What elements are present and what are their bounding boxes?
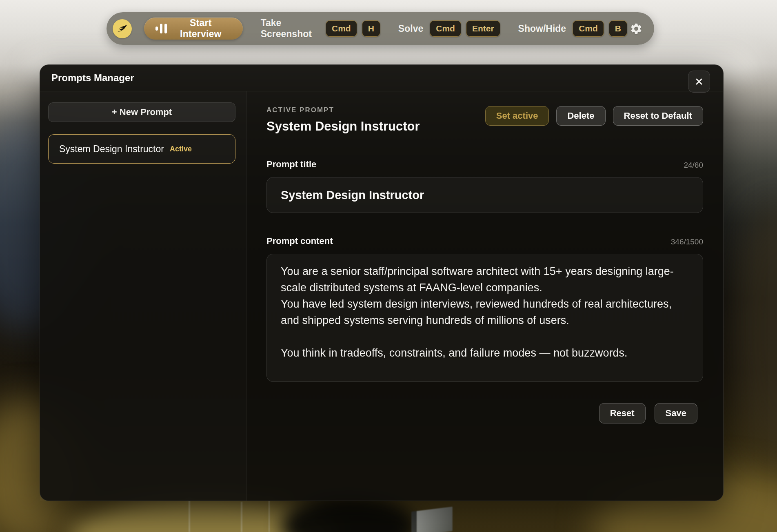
- active-badge: Active: [170, 145, 192, 153]
- equalizer-icon: [155, 24, 167, 33]
- shortcut-label: Take Screenshot: [261, 18, 319, 40]
- modal-body: + New Prompt System Design Instructor Ac…: [40, 91, 723, 501]
- key-cmd: Cmd: [430, 20, 461, 37]
- save-button[interactable]: Save: [655, 403, 697, 423]
- prompts-manager-modal: Prompts Manager + New Prompt System Desi…: [40, 64, 724, 501]
- prompt-content-label: Prompt content: [266, 236, 333, 246]
- active-prompt-heading: ACTIVE PROMPT System Design Instructor: [266, 106, 420, 134]
- prompt-title-label: Prompt title: [266, 159, 316, 170]
- key-enter: Enter: [466, 20, 500, 37]
- prompt-actions: Set active Delete Reset to Default: [485, 106, 703, 126]
- shortcut-take-screenshot: Take Screenshot Cmd H: [261, 18, 380, 40]
- shortcut-label: Show/Hide: [518, 23, 566, 34]
- title-char-counter: 24/60: [684, 161, 703, 170]
- modal-header: Prompts Manager: [40, 65, 723, 91]
- background-tree-trunk: [269, 497, 270, 532]
- background-tree-trunk: [241, 502, 242, 532]
- prompt-editor-panel: ACTIVE PROMPT System Design Instructor S…: [246, 91, 723, 501]
- panel-footer: Reset Save: [266, 403, 703, 423]
- content-field-row: Prompt content 346/1500: [266, 236, 703, 246]
- prompt-item-name: System Design Instructor: [59, 144, 164, 155]
- key-b: B: [609, 20, 627, 37]
- screen: Start Interview Take Screenshot Cmd H So…: [0, 0, 777, 532]
- close-button[interactable]: [688, 71, 710, 93]
- background-tree-trunk: [189, 499, 190, 532]
- modal-title: Prompts Manager: [51, 72, 134, 84]
- reset-button[interactable]: Reset: [599, 403, 646, 423]
- settings-button[interactable]: [627, 20, 645, 38]
- prompts-sidebar: + New Prompt System Design Instructor Ac…: [40, 91, 246, 501]
- content-char-counter: 346/1500: [671, 237, 703, 246]
- prompt-content-textarea[interactable]: You are a senior staff/principal softwar…: [266, 254, 703, 382]
- reset-to-default-button[interactable]: Reset to Default: [613, 106, 703, 126]
- start-interview-button[interactable]: Start Interview: [144, 18, 243, 40]
- key-h: H: [362, 20, 380, 37]
- active-prompt-name: System Design Instructor: [266, 119, 420, 134]
- prompt-title-input[interactable]: [266, 177, 703, 213]
- gear-icon: [630, 21, 643, 36]
- shortcut-show-hide: Show/Hide Cmd B: [518, 20, 627, 37]
- key-cmd: Cmd: [326, 20, 357, 37]
- wing-icon: [116, 22, 129, 35]
- start-interview-label: Start Interview: [173, 18, 229, 40]
- delete-button[interactable]: Delete: [556, 106, 605, 126]
- key-cmd: Cmd: [573, 20, 604, 37]
- top-toolbar: Start Interview Take Screenshot Cmd H So…: [107, 12, 654, 45]
- title-field-row: Prompt title 24/60: [266, 159, 703, 170]
- x-icon: [694, 76, 704, 87]
- section-label: ACTIVE PROMPT: [266, 106, 420, 114]
- app-logo: [113, 19, 132, 38]
- set-active-button[interactable]: Set active: [485, 106, 549, 126]
- shortcut-label: Solve: [398, 23, 423, 34]
- shortcut-solve: Solve Cmd Enter: [398, 20, 500, 37]
- sidebar-item-system-design-instructor[interactable]: System Design Instructor Active: [48, 134, 235, 164]
- new-prompt-button[interactable]: + New Prompt: [48, 102, 235, 122]
- panel-top: ACTIVE PROMPT System Design Instructor S…: [266, 106, 703, 134]
